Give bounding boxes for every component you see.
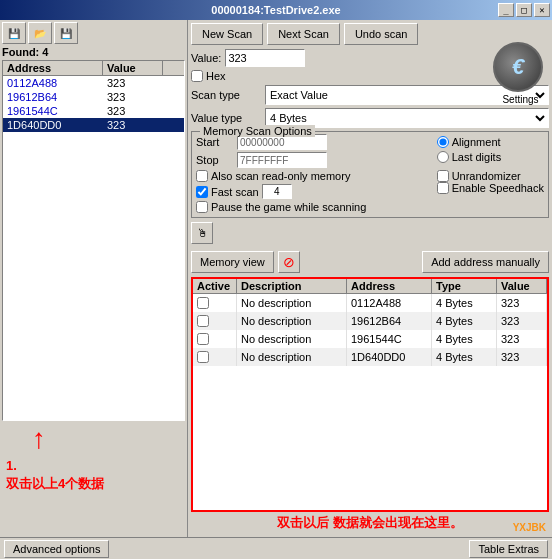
settings-label: Settings	[493, 94, 548, 105]
address-list: Address Value 0112A48832319612B643231961…	[2, 60, 185, 421]
bt-active-header: Active	[193, 279, 237, 293]
also-scan-checkbox[interactable]	[196, 170, 208, 182]
unrandomizer-label: Unrandomizer	[452, 170, 521, 182]
address-list-header: Address Value	[3, 61, 184, 76]
address-row[interactable]: 0112A488323	[3, 76, 184, 90]
speedhack-row: Enable Speedhack	[437, 182, 544, 194]
close-button[interactable]: ✕	[534, 3, 550, 17]
alignment-radio[interactable]	[437, 136, 449, 148]
bottom-table: Active Description Address Type Value No…	[191, 277, 549, 512]
table-row[interactable]: No description 19612B64 4 Bytes 323	[193, 312, 547, 330]
last-digits-label: Last digits	[452, 151, 502, 163]
title-bar-text: 00000184:TestDrive2.exe	[211, 4, 340, 16]
pointer-icon[interactable]: 🖱	[191, 222, 213, 244]
bottom-table-header: Active Description Address Type Value	[193, 279, 547, 294]
toolbar: 💾 📂 💾	[2, 22, 185, 44]
memory-view-button[interactable]: Memory view	[191, 251, 274, 273]
fast-scan-row: Fast scan	[196, 184, 431, 199]
value-col-header: Value	[103, 61, 163, 75]
hex-label: Hex	[206, 70, 226, 82]
also-scan-row: Also scan read-only memory	[196, 170, 431, 182]
stop-input[interactable]	[237, 152, 327, 168]
also-scan-label: Also scan read-only memory	[211, 170, 350, 182]
address-col-header: Address	[3, 61, 103, 75]
title-bar-buttons: _ □ ✕	[498, 3, 550, 17]
annotation-text: 1. 双击以上4个数据	[6, 457, 104, 493]
speedhack-checkbox[interactable]	[437, 182, 449, 194]
fast-scan-checkbox[interactable]	[196, 186, 208, 198]
stop-icon[interactable]: ⊘	[278, 251, 300, 273]
alignment-label: Alignment	[452, 136, 501, 148]
last-digits-row: Last digits	[437, 151, 544, 163]
footer: Advanced options Table Extras	[0, 537, 552, 559]
watermark: YXJBK	[513, 522, 546, 533]
table-row[interactable]: No description 0112A488 4 Bytes 323	[193, 294, 547, 312]
bt-addr-header: Address	[347, 279, 432, 293]
table-row[interactable]: No description 1961544C 4 Bytes 323	[193, 330, 547, 348]
address-row[interactable]: 19612B64323	[3, 90, 184, 104]
speedhack-label: Enable Speedhack	[452, 182, 544, 194]
pause-scan-row: Pause the game while scanning	[196, 201, 431, 213]
unrandomizer-row: Unrandomizer	[437, 170, 544, 182]
value-type-label: Value type	[191, 112, 261, 124]
logo-area: € Settings	[493, 42, 548, 97]
stop-label: Stop	[196, 154, 231, 166]
undo-scan-button[interactable]: Undo scan	[344, 23, 419, 45]
bt-type-header: Type	[432, 279, 497, 293]
start-label: Start	[196, 136, 231, 148]
maximize-button[interactable]: □	[516, 3, 532, 17]
title-bar: 00000184:TestDrive2.exe _ □ ✕	[0, 0, 552, 20]
bt-val-header: Value	[497, 279, 547, 293]
address-list-body: 0112A48832319612B643231961544C3231D640DD…	[3, 76, 184, 417]
next-scan-button[interactable]: Next Scan	[267, 23, 340, 45]
value-input[interactable]	[225, 49, 305, 67]
unrandomizer-checkbox[interactable]	[437, 170, 449, 182]
annotation-area: ↑ 1. 双击以上4个数据	[2, 425, 185, 535]
value-field-label: Value:	[191, 52, 221, 64]
scan-type-label: Scan type	[191, 89, 261, 101]
address-row[interactable]: 1961544C323	[3, 104, 184, 118]
address-row[interactable]: 1D640DD0323	[3, 118, 184, 132]
advanced-options-button[interactable]: Advanced options	[4, 540, 109, 558]
bottom-table-body: No description 0112A488 4 Bytes 323 No d…	[193, 294, 547, 366]
pause-scan-checkbox[interactable]	[196, 201, 208, 213]
arrow-up-icon: ↑	[32, 425, 46, 453]
alignment-row: Alignment	[437, 136, 544, 148]
bottom-buttons-row: Memory view ⊘ Add address manually	[191, 251, 549, 273]
stop-row: Stop	[196, 152, 431, 168]
table-extras-button[interactable]: Table Extras	[469, 540, 548, 558]
bt-desc-header: Description	[237, 279, 347, 293]
pointer-row: 🖱	[191, 222, 549, 244]
new-scan-button[interactable]: New Scan	[191, 23, 263, 45]
pause-scan-label: Pause the game while scanning	[211, 201, 366, 213]
found-label: Found: 4	[2, 46, 185, 58]
minimize-button[interactable]: _	[498, 3, 514, 17]
add-address-button[interactable]: Add address manually	[422, 251, 549, 273]
toolbar-save-button[interactable]: 💾	[2, 22, 26, 44]
table-row[interactable]: No description 1D640DD0 4 Bytes 323	[193, 348, 547, 366]
hex-checkbox[interactable]	[191, 70, 203, 82]
fast-scan-input[interactable]	[262, 184, 292, 199]
fast-scan-label: Fast scan	[211, 186, 259, 198]
last-digits-radio[interactable]	[437, 151, 449, 163]
toolbar-open-button[interactable]: 📂	[28, 22, 52, 44]
memory-scan-group: Memory Scan Options Start Stop	[191, 131, 549, 218]
bottom-annotation: 双击以后 数据就会出现在这里。	[191, 512, 549, 534]
logo-icon: €	[493, 42, 543, 92]
memory-scan-group-label: Memory Scan Options	[200, 125, 315, 137]
toolbar-save2-button[interactable]: 💾	[54, 22, 78, 44]
